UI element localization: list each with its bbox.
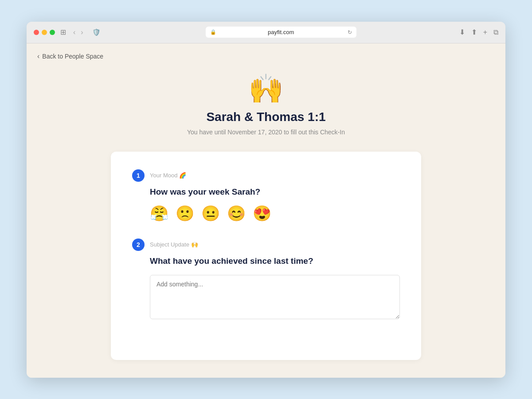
download-icon[interactable]: ⬇ xyxy=(459,28,465,36)
browser-window: ⊞ ‹ › 🛡️ 🔒 payfit.com ↻ ⬇ ⬆ + ⧉ ‹ Back t… xyxy=(27,22,505,378)
nav-arrows: ‹ › xyxy=(71,27,85,37)
hero-emoji: 🙌 xyxy=(248,74,284,103)
mood-neutral[interactable]: 😐 xyxy=(201,206,220,221)
question-1-number: 1 xyxy=(132,169,145,182)
mood-sad[interactable]: 🙁 xyxy=(176,206,194,221)
question-1-header: 1 Your Mood 🌈 xyxy=(132,169,400,182)
question-2-text: What have you achieved since last time? xyxy=(132,256,400,266)
new-tab-icon[interactable]: + xyxy=(483,28,487,36)
traffic-lights xyxy=(34,30,55,35)
close-button[interactable] xyxy=(34,30,39,35)
deadline-text: You have until November 17, 2020 to fill… xyxy=(187,129,345,136)
mood-options: 😤 🙁 😐 😊 😍 xyxy=(132,206,400,221)
mood-happy[interactable]: 😊 xyxy=(227,206,246,221)
back-link[interactable]: ‹ Back to People Space xyxy=(37,52,495,60)
question-2-number: 2 xyxy=(132,239,145,251)
url-text: payfit.com xyxy=(268,29,294,35)
address-bar[interactable]: 🔒 payfit.com ↻ xyxy=(206,27,356,38)
question-2-label: Subject Update 🙌 xyxy=(150,241,198,248)
page-title: Sarah & Thomas 1:1 xyxy=(206,110,325,124)
question-1-label: Your Mood 🌈 xyxy=(150,172,186,179)
share-icon[interactable]: ⬆ xyxy=(471,28,477,36)
minimize-button[interactable] xyxy=(42,30,47,35)
browser-actions: ⬇ ⬆ + ⧉ xyxy=(459,28,498,36)
question-2-section: 2 Subject Update 🙌 What have you achieve… xyxy=(132,239,400,321)
textarea-wrapper xyxy=(132,275,400,321)
mood-angry[interactable]: 😤 xyxy=(150,206,168,221)
maximize-button[interactable] xyxy=(50,30,55,35)
page-content: ‹ Back to People Space 🙌 Sarah & Thomas … xyxy=(27,43,505,378)
forward-arrow-icon[interactable]: › xyxy=(79,27,85,37)
answer-textarea[interactable] xyxy=(150,275,400,319)
hero-section: 🙌 Sarah & Thomas 1:1 You have until Nove… xyxy=(37,74,495,136)
question-1-text: How was your week Sarah? xyxy=(132,187,400,197)
question-2-header: 2 Subject Update 🙌 xyxy=(132,239,400,251)
back-chevron-icon: ‹ xyxy=(37,52,39,60)
back-link-label: Back to People Space xyxy=(42,53,103,60)
shield-icon: 🛡️ xyxy=(90,26,103,39)
checkin-card: 1 Your Mood 🌈 How was your week Sarah? 😤… xyxy=(111,152,421,360)
mood-excited[interactable]: 😍 xyxy=(253,206,271,221)
address-bar-container: 🔒 payfit.com ↻ xyxy=(108,27,454,38)
tabs-icon[interactable]: ⧉ xyxy=(493,28,498,36)
browser-chrome: ⊞ ‹ › 🛡️ 🔒 payfit.com ↻ ⬇ ⬆ + ⧉ xyxy=(27,22,505,43)
back-arrow-icon[interactable]: ‹ xyxy=(71,27,77,37)
reload-icon[interactable]: ↻ xyxy=(348,29,352,35)
question-1-section: 1 Your Mood 🌈 How was your week Sarah? 😤… xyxy=(132,169,400,221)
lock-icon: 🔒 xyxy=(210,29,216,35)
sidebar-toggle-icon[interactable]: ⊞ xyxy=(60,28,66,36)
